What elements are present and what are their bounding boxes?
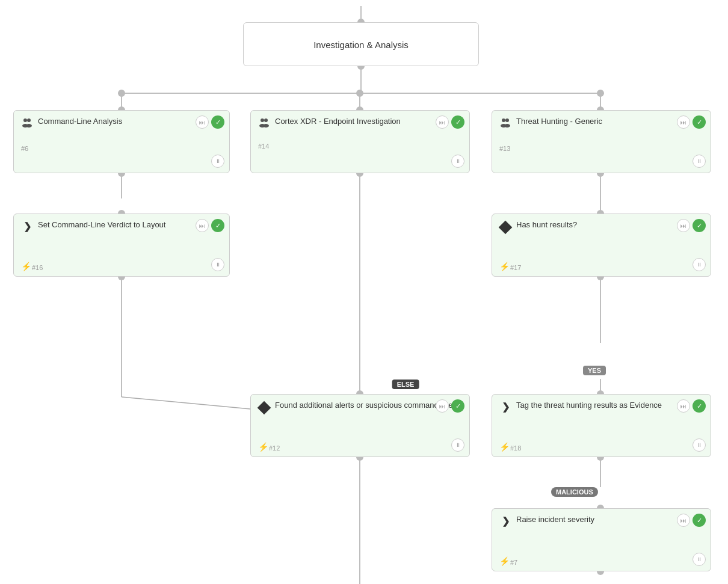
has-hunt-title: Has hunt results?: [516, 220, 703, 230]
svg-point-21: [597, 90, 604, 97]
has-hunt-controls: ⏭ ✓: [677, 219, 706, 232]
found-alerts-title: Found additional alerts or suspicious co…: [275, 401, 462, 411]
diamond-icon: [499, 221, 511, 233]
arrow-icon: ❯: [21, 220, 33, 232]
svg-point-41: [26, 124, 32, 128]
set-verdict-node[interactable]: ❯ Set Command-Line Verdict to Layout ⚡ #…: [13, 214, 230, 277]
svg-point-46: [502, 118, 505, 122]
cortex-xdr-controls: ⏭ ✓: [436, 115, 464, 129]
svg-point-47: [505, 118, 509, 122]
skip-button-3[interactable]: ⏭: [677, 115, 690, 129]
connection-lines: [0, 0, 728, 584]
skip-button[interactable]: ⏭: [196, 115, 209, 129]
tag-threat-controls: ⏭ ✓: [677, 399, 706, 413]
skip-button-2[interactable]: ⏭: [436, 115, 449, 129]
lightning-icon-3: ⚡: [258, 442, 268, 452]
cmd-analysis-title: Command-Line Analysis: [38, 117, 222, 127]
raise-severity-controls: ⏭ ✓: [677, 514, 706, 527]
people-icon-3: [499, 117, 511, 129]
skip-button-8[interactable]: ⏭: [677, 514, 690, 527]
else-badge: ELSE: [392, 380, 419, 389]
people-icon: [21, 117, 33, 129]
svg-point-19: [118, 90, 125, 97]
threat-hunting-controls: ⏭ ✓: [677, 115, 706, 129]
skip-button-6[interactable]: ⏭: [436, 399, 449, 413]
svg-point-42: [261, 118, 264, 122]
root-node-title: Investigation & Analysis: [313, 39, 409, 51]
people-icon-2: [258, 117, 270, 129]
tag-threat-id: #18: [510, 444, 521, 452]
pause-button-7[interactable]: ⏸: [693, 438, 706, 452]
check-button-2[interactable]: ✓: [451, 115, 464, 129]
lightning-icon-4: ⚡: [499, 442, 510, 452]
cmd-analysis-node[interactable]: Command-Line Analysis #6 ⏭ ✓ ⏸: [13, 110, 230, 173]
check-button-5[interactable]: ✓: [693, 219, 706, 232]
root-node: Investigation & Analysis: [243, 22, 479, 66]
cortex-xdr-node[interactable]: Cortex XDR - Endpoint Investigation #14 …: [250, 110, 470, 173]
svg-point-49: [504, 124, 510, 128]
check-button-4[interactable]: ✓: [211, 219, 224, 232]
check-button[interactable]: ✓: [211, 115, 224, 129]
has-hunt-node[interactable]: Has hunt results? ⚡ #17 ⏭ ✓ ⏸: [492, 214, 711, 277]
check-button-7[interactable]: ✓: [693, 399, 706, 413]
svg-point-38: [23, 118, 27, 122]
threat-hunting-node[interactable]: Threat Hunting - Generic #13 ⏭ ✓ ⏸: [492, 110, 711, 173]
svg-point-39: [27, 118, 31, 122]
cortex-xdr-title: Cortex XDR - Endpoint Investigation: [275, 117, 462, 127]
check-button-8[interactable]: ✓: [693, 514, 706, 527]
check-button-3[interactable]: ✓: [693, 115, 706, 129]
raise-severity-title: Raise incident severity: [516, 515, 703, 525]
arrow-icon-2: ❯: [499, 401, 511, 413]
check-button-6[interactable]: ✓: [451, 399, 464, 413]
found-alerts-node[interactable]: Found additional alerts or suspicious co…: [250, 394, 470, 457]
cmd-analysis-id: #6: [21, 145, 222, 152]
pause-button[interactable]: ⏸: [211, 155, 224, 168]
threat-hunting-title: Threat Hunting - Generic: [516, 117, 703, 127]
svg-point-43: [264, 118, 268, 122]
skip-button-7[interactable]: ⏭: [677, 399, 690, 413]
found-alerts-controls: ⏭ ✓: [436, 399, 464, 413]
lightning-icon-5: ⚡: [499, 556, 510, 566]
svg-line-8: [122, 397, 250, 409]
tag-threat-title: Tag the threat hunting results as Eviden…: [516, 401, 703, 411]
raise-severity-id: #7: [510, 559, 517, 566]
skip-button-5[interactable]: ⏭: [677, 219, 690, 232]
set-verdict-controls: ⏭ ✓: [196, 219, 224, 232]
svg-point-20: [356, 90, 363, 97]
pause-button-4[interactable]: ⏸: [211, 258, 224, 271]
pause-button-5[interactable]: ⏸: [693, 258, 706, 271]
pause-button-3[interactable]: ⏸: [693, 155, 706, 168]
pause-button-8[interactable]: ⏸: [693, 553, 706, 566]
skip-button-4[interactable]: ⏭: [196, 219, 209, 232]
flow-canvas: Investigation & Analysis Command-Line An…: [0, 0, 728, 584]
pause-button-6[interactable]: ⏸: [451, 438, 464, 452]
raise-severity-node[interactable]: ❯ Raise incident severity ⚡ #7 ⏭ ✓ ⏸: [492, 508, 711, 571]
cortex-xdr-id: #14: [258, 143, 462, 150]
lightning-icon-2: ⚡: [499, 262, 510, 271]
found-alerts-id: #12: [269, 444, 280, 452]
yes-badge: YES: [583, 366, 606, 375]
lightning-icon: ⚡: [21, 262, 31, 271]
threat-hunting-id: #13: [499, 145, 703, 152]
has-hunt-id: #17: [510, 264, 521, 271]
malicious-badge: MALICIOUS: [551, 487, 598, 497]
cmd-analysis-controls: ⏭ ✓: [196, 115, 224, 129]
arrow-icon-3: ❯: [499, 515, 511, 527]
pause-button-2[interactable]: ⏸: [451, 155, 464, 168]
set-verdict-id: #16: [32, 264, 43, 271]
tag-threat-node[interactable]: ❯ Tag the threat hunting results as Evid…: [492, 394, 711, 457]
svg-point-45: [263, 124, 269, 128]
diamond-icon-2: [258, 402, 270, 414]
set-verdict-title: Set Command-Line Verdict to Layout: [38, 220, 222, 230]
